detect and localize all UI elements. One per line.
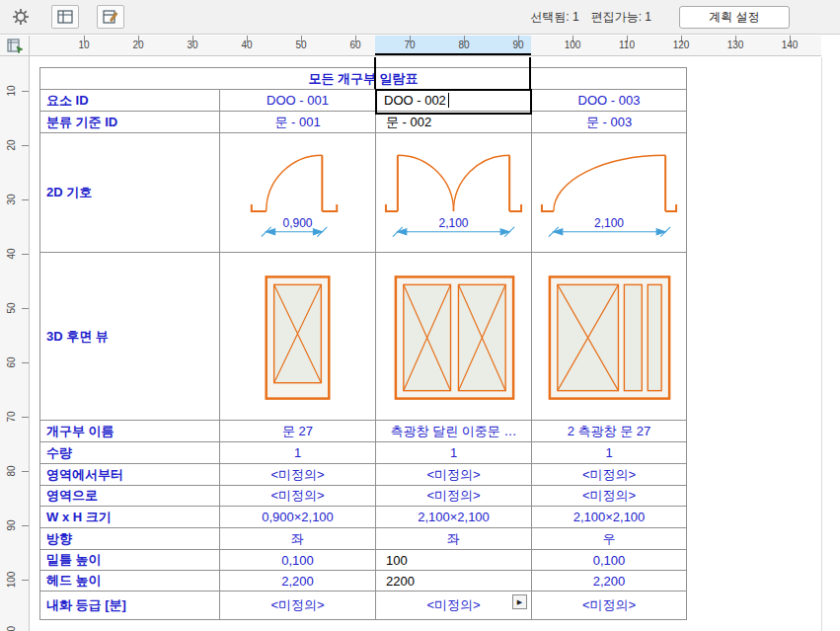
v-ruler-number: 110 (4, 624, 18, 631)
table-edit-icon (103, 10, 118, 24)
row-label-wxh-size[interactable]: W x H 크기 (40, 507, 220, 528)
cell-head-height-2[interactable]: 2200 (376, 571, 532, 592)
row-label-2d-symbol[interactable]: 2D 기호 (40, 133, 220, 253)
schedule-title[interactable]: 모든 개구부 일람표 (40, 68, 687, 90)
cell-to-zone-1[interactable]: <미정의> (220, 486, 376, 507)
v-ruler-number: 90 (4, 515, 18, 535)
row-label-opening-name[interactable]: 개구부 이름 (40, 421, 220, 442)
h-ruler-number: 50 (286, 39, 316, 50)
cell-classification-id-2[interactable]: 문 - 002 (376, 112, 532, 133)
row-label-classification-id[interactable]: 분류 기준 ID (40, 112, 220, 133)
row-label-element-id[interactable]: 요소 ID (40, 90, 220, 112)
wide-single-door-plan-symbol (532, 133, 686, 253)
cell-from-zone-3[interactable]: <미정의> (532, 464, 687, 486)
cell-element-id-2-editing[interactable]: DOO - 002 (376, 90, 532, 112)
cell-sill-height-2[interactable]: 100 (376, 550, 532, 571)
cell-element-id-3[interactable]: DOO - 003 (532, 90, 687, 112)
h-ruler-number: 100 (558, 39, 587, 50)
cell-fire-rating-2[interactable]: <미정의> ▶ (376, 592, 532, 620)
cell-sill-height-3[interactable]: 0,100 (532, 550, 687, 571)
h-ruler-number: 60 (341, 39, 370, 50)
v-ruler-number: 20 (4, 135, 18, 155)
horizontal-ruler[interactable]: 102030405060708090100110120130140 (30, 36, 821, 56)
v-ruler-number: 60 (4, 353, 18, 372)
cell-opening-name-2[interactable]: 측광창 달린 이중문 … (376, 421, 532, 442)
cell-sill-height-1[interactable]: 0,100 (220, 550, 376, 571)
dimension-text: 2,100 (532, 216, 686, 230)
expand-options-button[interactable]: ▶ (512, 594, 527, 609)
table-layout-icon (57, 10, 73, 24)
cell-3d-view-3[interactable] (532, 253, 687, 421)
app-window: 선택됨: 1편집가능: 1 계획 설정 10203040506070809010… (0, 0, 840, 631)
dimension-text: 2,100 (376, 216, 531, 230)
row-label-3d-rear-view[interactable]: 3D 후면 뷰 (40, 253, 220, 421)
cell-wxh-1[interactable]: 0,900×2,100 (220, 507, 376, 528)
h-ruler-number: 10 (69, 39, 99, 50)
page-edge-line (821, 57, 822, 631)
cell-element-id-1[interactable]: DOO - 001 (220, 90, 376, 112)
cell-orientation-2[interactable]: 좌 (376, 528, 532, 550)
vertical-ruler-ticks (22, 56, 29, 631)
cell-wxh-3[interactable]: 2,100×2,100 (532, 507, 687, 528)
cell-classification-id-1[interactable]: 문 - 001 (220, 112, 376, 133)
cell-3d-view-2[interactable] (376, 253, 532, 421)
text-caret (448, 93, 449, 108)
scheme-settings-button[interactable] (51, 5, 79, 29)
h-ruler-number: 70 (395, 39, 424, 50)
schedule-table: 모든 개구부 일람표 요소 ID DOO - 001 DOO - 002 DOO… (39, 67, 687, 620)
row-label-quantity[interactable]: 수량 (40, 442, 220, 464)
cell-orientation-3[interactable]: 우 (532, 528, 687, 550)
v-ruler-number: 80 (4, 461, 18, 481)
h-ruler-number: 20 (123, 39, 153, 50)
double-door-plan-symbol (376, 133, 531, 253)
cell-to-zone-2[interactable]: <미정의> (376, 486, 532, 507)
schedule-canvas[interactable]: 모든 개구부 일람표 요소 ID DOO - 001 DOO - 002 DOO… (31, 57, 840, 631)
row-label-from-zone[interactable]: 영역에서부터 (40, 464, 220, 486)
h-ruler-number: 40 (232, 39, 262, 50)
cell-2d-symbol-3[interactable]: 2,100 (532, 133, 687, 253)
ruler-corner[interactable] (0, 36, 30, 56)
cell-opening-name-3[interactable]: 2 측광창 문 27 (532, 421, 687, 442)
plan-settings-button[interactable]: 계획 설정 (679, 6, 790, 29)
vertical-ruler[interactable]: 102030405060708090100110 (0, 56, 30, 631)
cell-3d-view-1[interactable] (220, 253, 376, 421)
cell-2d-symbol-2[interactable]: 2,100 (376, 133, 532, 253)
h-ruler-number: 90 (503, 39, 533, 50)
v-ruler-number: 70 (4, 407, 18, 427)
cell-from-zone-1[interactable]: <미정의> (220, 464, 376, 486)
cell-2d-symbol-1[interactable]: 0,900 (220, 133, 376, 253)
cell-orientation-1[interactable]: 좌 (220, 528, 376, 550)
double-door-elevation (376, 253, 531, 421)
cell-fire-rating-3[interactable]: <미정의> (532, 592, 687, 620)
cell-opening-name-1[interactable]: 문 27 (220, 421, 376, 442)
row-label-orientation[interactable]: 방향 (40, 528, 220, 550)
h-ruler-number: 110 (612, 39, 642, 50)
gear-icon (11, 7, 31, 27)
v-ruler-number: 50 (4, 298, 18, 318)
cell-to-zone-3[interactable]: <미정의> (532, 486, 687, 507)
cell-head-height-1[interactable]: 2,200 (220, 571, 376, 592)
edit-scheme-button[interactable] (97, 5, 124, 29)
row-label-to-zone[interactable]: 영역으로 (40, 486, 220, 507)
cell-fire-rating-1[interactable]: <미정의> (220, 592, 376, 620)
cell-head-height-3[interactable]: 2,200 (532, 571, 687, 592)
cell-quantity-1[interactable]: 1 (220, 442, 376, 464)
h-ruler-number: 80 (449, 39, 479, 50)
cell-quantity-2[interactable]: 1 (376, 442, 532, 464)
cell-from-zone-2[interactable]: <미정의> (376, 464, 532, 486)
h-ruler-number: 140 (775, 39, 804, 50)
h-ruler-number: 30 (178, 39, 207, 50)
v-ruler-number: 10 (4, 81, 18, 101)
right-arrow-icon: ▶ (517, 596, 522, 608)
row-label-fire-rating[interactable]: 내화 등급 [분] (40, 592, 220, 620)
editable-count-label: 편집가능: 1 (591, 10, 651, 24)
selection-status: 선택됨: 1편집가능: 1 (518, 9, 651, 26)
row-label-head-height[interactable]: 헤드 높이 (40, 571, 220, 592)
settings-gear-icon[interactable] (8, 5, 34, 29)
v-ruler-number: 100 (4, 570, 18, 590)
cell-quantity-3[interactable]: 1 (532, 442, 687, 464)
row-label-sill-height[interactable]: 밑틀 높이 (40, 550, 220, 571)
cell-wxh-2[interactable]: 2,100×2,100 (376, 507, 532, 528)
cell-classification-id-3[interactable]: 문 - 003 (532, 112, 687, 133)
cell-fire-rating-2-value: <미정의> (426, 596, 480, 614)
